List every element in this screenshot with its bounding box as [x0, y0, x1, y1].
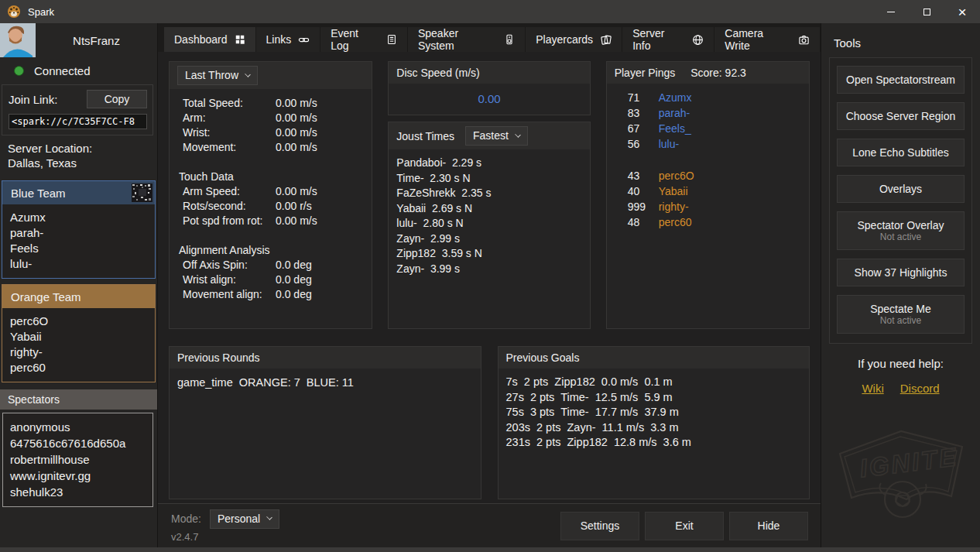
- footer-button[interactable]: Exit: [645, 512, 724, 540]
- tool-button[interactable]: Spectator Overlay Not active: [837, 211, 965, 250]
- server-score: Score: 92.3: [690, 67, 746, 79]
- ping-value: 43: [615, 168, 659, 183]
- joust-filter-dropdown[interactable]: Fastest: [465, 126, 528, 146]
- speaker-icon: [504, 34, 515, 45]
- left-sidebar: NtsFranz Connected Join Link: Copy <spar…: [0, 23, 158, 547]
- last-throw-selector[interactable]: Last Throw: [177, 66, 258, 85]
- join-link-box: Join Link: Copy <spark://c/7C35F7CC-F8: [2, 84, 153, 135]
- tab-bar: Dashboard Links Event Log: [158, 23, 821, 52]
- player-pings-panel: Player Pings Score: 92.3 71 Azumx: [606, 61, 810, 329]
- globe-icon: [692, 34, 704, 46]
- stat-value: 0.00 m/s: [276, 111, 317, 125]
- join-link-label: Join Link:: [9, 93, 57, 106]
- previous-goal-row: 7s 2 pts Zipp182 0.0 m/s 0.1 m: [506, 375, 802, 390]
- stat-row: Arm: 0.00 m/s: [179, 111, 362, 125]
- stat-value: 0.00 m/s: [276, 214, 317, 228]
- previous-goal-row: 231s 2 pts Zipp182 12.8 m/s 3.6 m: [506, 435, 802, 451]
- tool-button[interactable]: Spectate Me Not active: [837, 295, 965, 334]
- stat-value: 0.0 deg: [276, 258, 312, 273]
- footer-button[interactable]: Settings: [560, 512, 639, 540]
- tab-server-info-label: Server Info: [632, 27, 685, 52]
- app-title: Spark: [28, 6, 54, 18]
- blue-team-header: Blue Team: [2, 181, 155, 204]
- tool-button-status: Not active: [839, 315, 962, 326]
- throw-speed-rows: Total Speed: 0.00 m/s Arm: 0.00 m/s: [179, 96, 362, 155]
- camera-icon: [798, 34, 810, 46]
- ping-player-name: Yabaii: [659, 183, 688, 199]
- tab-dashboard[interactable]: Dashboard: [164, 27, 256, 52]
- spark-app-icon: [7, 5, 21, 19]
- joust-times-title: Joust Times: [396, 130, 454, 142]
- tab-playercards[interactable]: Playercards: [526, 27, 622, 52]
- stat-label: Arm:: [179, 111, 276, 125]
- close-button[interactable]: ×: [944, 0, 980, 23]
- stat-label: Wrist:: [179, 125, 276, 140]
- orange-pings: 43 perc6O 40 Yabaii: [615, 168, 801, 230]
- server-location-label: Server Location:: [8, 141, 151, 156]
- spectator-name: 6475616c67616d650a: [10, 435, 152, 451]
- connected-dot-icon: [14, 66, 24, 76]
- join-link-field[interactable]: <spark://c/7C35F7CC-F8: [9, 114, 147, 129]
- ping-player-name: Azumx: [659, 90, 692, 105]
- maximize-button[interactable]: [909, 0, 944, 23]
- ping-row: 83 parah-: [615, 105, 801, 121]
- tool-button-label: Open Spectatorstream: [839, 74, 962, 86]
- alignment-rows: Off Axis Spin: 0.0 deg Wrist align: 0.0 …: [179, 258, 362, 302]
- tab-speaker-system[interactable]: Speaker System: [408, 27, 526, 52]
- stat-row: Wrist align: 0.0 deg: [179, 273, 362, 287]
- alignment-analysis-title: Alignment Analysis: [179, 243, 362, 258]
- mode-label: Mode:: [171, 513, 201, 525]
- ping-row: 67 Feels_: [615, 121, 801, 136]
- stat-row: Rots/second: 0.00 r/s: [179, 199, 362, 214]
- stat-label: Movement:: [179, 140, 276, 155]
- ping-player-name: lulu-: [659, 136, 679, 152]
- spectators-title: Spectators: [8, 393, 60, 406]
- spectators-list: anonymous6475616c67616d650arobertmillhou…: [2, 413, 153, 507]
- stat-row: Movement align: 0.0 deg: [179, 287, 362, 302]
- copy-button[interactable]: Copy: [87, 90, 147, 108]
- touch-data-rows: Arm Speed: 0.00 m/s Rots/second: 0.00 r/…: [179, 184, 362, 228]
- tab-camera-write[interactable]: Camera Write: [714, 27, 821, 52]
- title-bar: Spark ×: [0, 0, 980, 23]
- blue-team-title: Blue Team: [11, 187, 66, 200]
- blue-team-players: Azumxparah-Feelslulu-: [2, 204, 155, 278]
- minimize-icon: [887, 12, 895, 12]
- mode-dropdown[interactable]: Personal: [210, 509, 279, 529]
- tab-event-log[interactable]: Event Log: [320, 27, 408, 52]
- ignite-watermark: IGNITE: [821, 421, 980, 525]
- help-link[interactable]: Discord: [900, 382, 940, 395]
- tool-button[interactable]: Choose Server Region: [837, 102, 965, 130]
- close-icon: ×: [958, 5, 966, 19]
- previous-goal-row: 203s 2 pts Zayn- 11.1 m/s 3.3 m: [506, 420, 802, 436]
- tab-links[interactable]: Links: [256, 27, 321, 52]
- ping-row: 40 Yabaii: [615, 183, 801, 199]
- previous-goal-row: 27s 2 pts Time- 12.5 m/s 5.9 m: [506, 390, 802, 406]
- tool-button[interactable]: Overlays: [837, 175, 965, 203]
- tool-button[interactable]: Lone Echo Subtitles: [837, 139, 965, 166]
- footer-bar: Mode: Personal v2.4.7 SettingsExitHide: [158, 503, 821, 547]
- help-link[interactable]: Wiki: [862, 382, 883, 395]
- spectator-name: shehulk23: [10, 484, 152, 500]
- tool-button[interactable]: Open Spectatorstream: [837, 66, 965, 94]
- stat-label: Off Axis Spin:: [179, 258, 276, 273]
- tab-server-info[interactable]: Server Info: [622, 27, 714, 52]
- joust-filter-value: Fastest: [473, 129, 509, 142]
- tools-title: Tools: [821, 23, 980, 57]
- player-pings-title: Player Pings: [615, 67, 676, 79]
- window-controls: ×: [873, 0, 980, 23]
- joust-time-row: Yabaii 2.69 s N: [396, 201, 581, 217]
- stat-label: Wrist align:: [179, 273, 276, 287]
- minimize-button[interactable]: [873, 0, 909, 23]
- avatar: [0, 23, 36, 57]
- previous-goals-title: Previous Goals: [506, 351, 580, 364]
- orange-team-players: perc6OYabaiirighty-perc60: [2, 308, 155, 382]
- help-links: WikiDiscord: [821, 382, 980, 395]
- ping-player-name: perc60: [659, 214, 692, 230]
- footer-button[interactable]: Hide: [729, 512, 808, 540]
- mode-value: Personal: [218, 513, 260, 525]
- tool-button[interactable]: Show 37 Highlights: [837, 259, 965, 286]
- joust-time-row: lulu- 2.80 s N: [396, 216, 581, 231]
- spectator-name: robertmillhouse: [10, 451, 152, 468]
- ping-row: 43 perc6O: [615, 168, 801, 183]
- stat-row: Wrist: 0.00 m/s: [179, 125, 362, 140]
